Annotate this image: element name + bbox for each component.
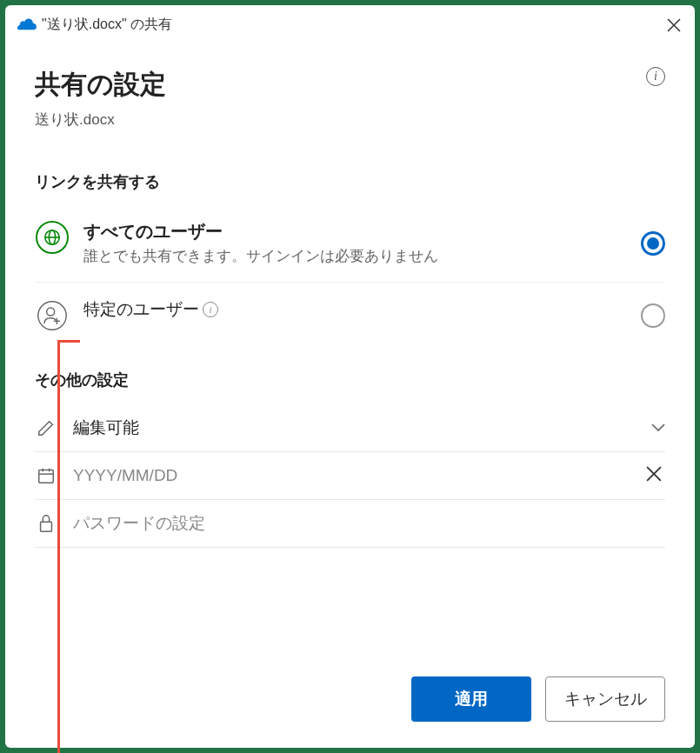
dialog-content: 共有の設定 i 送り状.docx リンクを共有する すべてのユーザー 誰とでも共… (5, 41, 695, 748)
svg-rect-7 (39, 470, 54, 483)
permission-dropdown[interactable]: 編集可能 (35, 404, 665, 452)
titlebar-text: "送り状.docx" の共有 (42, 16, 172, 34)
annotation-arrow (57, 340, 60, 753)
share-option-everyone[interactable]: すべてのユーザー 誰とでも共有できます。サインインは必要ありません (35, 204, 665, 283)
share-link-section-title: リンクを共有する (35, 171, 665, 192)
specific-info-icon[interactable]: i (203, 302, 218, 317)
permission-label: 編集可能 (73, 416, 636, 439)
chevron-down-icon (651, 420, 665, 436)
other-settings-title: その他の設定 (35, 370, 665, 390)
info-icon[interactable]: i (646, 67, 665, 86)
pencil-icon (35, 416, 57, 439)
radio-specific[interactable] (641, 303, 665, 328)
calendar-icon (35, 464, 57, 487)
onedrive-icon (17, 17, 37, 34)
svg-rect-11 (41, 522, 52, 531)
globe-icon (35, 220, 70, 255)
radio-everyone[interactable] (641, 231, 665, 256)
option-specific-title: 特定のユーザー (83, 298, 199, 321)
clear-date-button[interactable] (643, 464, 665, 487)
share-option-specific[interactable]: 特定のユーザー i (35, 283, 665, 349)
person-add-icon (35, 298, 70, 333)
apply-button[interactable]: 適用 (411, 676, 531, 722)
cancel-button[interactable]: キャンセル (545, 676, 665, 722)
titlebar: "送り状.docx" の共有 (5, 5, 695, 41)
filename-label: 送り状.docx (35, 110, 665, 130)
svg-point-4 (47, 308, 55, 316)
expiry-date-input[interactable] (73, 466, 627, 485)
password-input[interactable] (73, 514, 665, 533)
share-settings-dialog: "送り状.docx" の共有 共有の設定 i 送り状.docx リンクを共有する (5, 5, 695, 748)
lock-icon (35, 512, 57, 535)
button-row: 適用 キャンセル (35, 642, 665, 730)
option-everyone-title: すべてのユーザー (83, 220, 627, 243)
password-row (35, 500, 665, 548)
expiry-date-row (35, 452, 665, 500)
option-everyone-desc: 誰とでも共有できます。サインインは必要ありません (83, 247, 627, 266)
page-title: 共有の設定 (35, 67, 166, 103)
close-button[interactable] (665, 17, 683, 34)
